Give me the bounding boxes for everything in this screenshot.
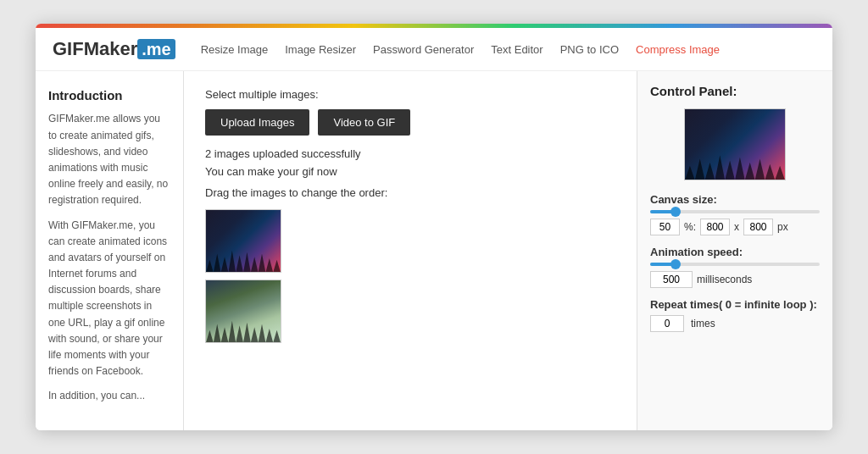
canvas-slider-fill bbox=[650, 210, 676, 213]
right-panel: Control Panel: Canvas size: %: bbox=[637, 71, 832, 429]
upload-images-button[interactable]: Upload Images bbox=[205, 109, 309, 136]
repeat-times-section: Repeat times( 0 = infinite loop ): times bbox=[650, 298, 820, 332]
animation-speed-unit: milliseconds bbox=[697, 274, 752, 285]
repeat-times-label: Repeat times( 0 = infinite loop ): bbox=[650, 298, 820, 311]
animation-speed-section: Animation speed: milliseconds bbox=[650, 246, 820, 288]
canvas-percent-label: %: bbox=[684, 221, 696, 233]
upload-status: 2 images uploaded successfully bbox=[205, 147, 615, 160]
canvas-px-label: px bbox=[777, 221, 788, 233]
video-to-gif-button[interactable]: Video to GIF bbox=[318, 109, 410, 136]
sidebar: Introduction GIFMaker.me allows you to c… bbox=[36, 71, 184, 429]
sidebar-title: Introduction bbox=[48, 88, 170, 102]
animation-slider-fill bbox=[650, 263, 676, 266]
canvas-x-separator: x bbox=[734, 221, 739, 233]
animation-speed-label: Animation speed: bbox=[650, 246, 820, 258]
select-images-label: Select multiple images: bbox=[205, 88, 615, 101]
nav-text-editor[interactable]: Text Editor bbox=[491, 43, 542, 56]
sidebar-paragraph-1: GIFMaker.me allows you to create animate… bbox=[48, 111, 170, 208]
repeat-times-input[interactable] bbox=[650, 315, 684, 332]
canvas-slider-thumb bbox=[670, 207, 681, 217]
canvas-height-input[interactable] bbox=[743, 219, 773, 235]
sidebar-paragraph-3: In addition, you can... bbox=[48, 388, 170, 404]
logo: GIFMaker.me bbox=[53, 38, 175, 60]
nav-png-to-ico[interactable]: PNG to ICO bbox=[560, 43, 619, 56]
logo-me: .me bbox=[137, 39, 175, 59]
repeat-times-unit: times bbox=[691, 318, 715, 329]
drag-order-text: Drag the images to change the order: bbox=[205, 186, 615, 199]
preview-image bbox=[684, 108, 786, 180]
thumbnail-2[interactable] bbox=[205, 280, 281, 343]
nav-password-generator[interactable]: Password Generator bbox=[373, 43, 474, 56]
control-panel-title: Control Panel: bbox=[650, 84, 820, 98]
make-gif-info: You can make your gif now bbox=[205, 165, 615, 178]
nav-compress-image[interactable]: Compress Image bbox=[636, 43, 720, 56]
nav: Resize Image Image Resizer Password Gene… bbox=[201, 43, 720, 56]
sidebar-paragraph-2: With GIFMaker.me, you can create animate… bbox=[48, 218, 170, 380]
thumbnail-1[interactable] bbox=[205, 209, 281, 273]
preview-tree-silhouette bbox=[685, 145, 785, 180]
thumbnail-2-image bbox=[206, 280, 281, 342]
header: GIFMaker.me Resize Image Image Resizer P… bbox=[36, 28, 832, 71]
canvas-size-section: Canvas size: %: x px bbox=[650, 193, 820, 235]
animation-speed-input[interactable] bbox=[650, 271, 693, 288]
canvas-width-input[interactable] bbox=[700, 219, 730, 235]
button-row: Upload Images Video to GIF bbox=[205, 109, 615, 136]
browser-window: GIFMaker.me Resize Image Image Resizer P… bbox=[36, 24, 832, 429]
animation-speed-inputs: milliseconds bbox=[650, 271, 820, 288]
main-content: Introduction GIFMaker.me allows you to c… bbox=[36, 71, 832, 429]
canvas-percent-input[interactable] bbox=[650, 219, 680, 235]
nav-resize-image[interactable]: Resize Image bbox=[201, 43, 268, 56]
nav-image-resizer[interactable]: Image Resizer bbox=[285, 43, 356, 56]
repeat-times-row: times bbox=[650, 315, 820, 332]
center-panel: Select multiple images: Upload Images Vi… bbox=[184, 71, 637, 429]
canvas-size-slider-track[interactable] bbox=[650, 210, 820, 213]
tree-silhouette-1 bbox=[206, 241, 281, 273]
logo-maker: Maker bbox=[84, 38, 138, 59]
animation-slider-thumb bbox=[670, 259, 681, 269]
tree-silhouette-2 bbox=[206, 312, 281, 343]
canvas-size-inputs: %: x px bbox=[650, 219, 820, 235]
logo-gif: GIF bbox=[53, 38, 84, 59]
canvas-size-label: Canvas size: bbox=[650, 193, 820, 206]
animation-speed-slider-track[interactable] bbox=[650, 263, 820, 266]
image-thumbnails bbox=[205, 209, 615, 343]
preview-img-inner bbox=[685, 109, 785, 180]
thumbnail-1-image bbox=[206, 210, 281, 272]
